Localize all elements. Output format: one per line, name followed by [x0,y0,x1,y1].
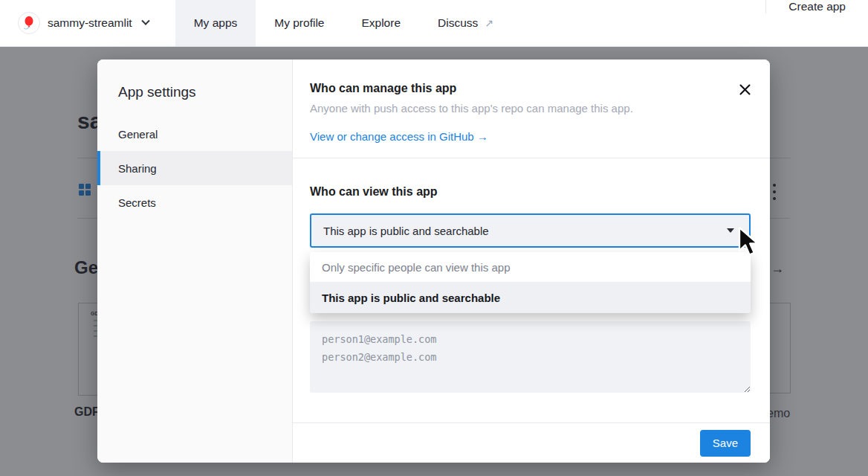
save-button[interactable]: Save [700,430,751,457]
top-nav: sammy-streamlit My apps My profile Explo… [0,0,868,47]
viewer-emails-textarea[interactable]: person1@example.com person2@example.com [310,321,751,393]
github-access-link[interactable]: View or change access in GitHub → [310,130,488,143]
manage-section-description: Anyone with push access to this app's re… [310,102,725,115]
settings-sidebar: App settings General Sharing Secrets [97,60,293,463]
create-app-button[interactable]: Create app [765,0,868,13]
sidebar-item-general[interactable]: General [97,117,292,151]
nav-tabs: My apps My profile Explore Discuss ↗ [175,0,512,46]
arrow-right-icon: → [477,130,488,143]
modal-title: App settings [97,84,292,100]
chevron-down-icon [141,17,149,25]
nav-tab-my-profile[interactable]: My profile [256,0,343,46]
visibility-select-value: This app is public and searchable [323,225,489,237]
app-settings-modal: App settings General Sharing Secrets Who… [97,60,770,463]
dropdown-option-public-searchable[interactable]: This app is public and searchable [310,283,751,313]
view-section: Who can view this app This app is public… [293,158,770,393]
nav-tab-discuss[interactable]: Discuss ↗ [419,0,512,46]
external-link-icon: ↗ [485,17,493,29]
workspace-switcher[interactable]: sammy-streamlit [0,0,165,46]
visibility-dropdown-menu: Only specific people can view this app T… [310,252,751,313]
dropdown-option-specific-people[interactable]: Only specific people can view this app [310,252,751,283]
manage-section: Who can manage this app Anyone with push… [293,60,770,158]
modal-footer: Save [293,422,770,463]
close-button[interactable] [738,83,751,96]
sidebar-item-secrets[interactable]: Secrets [97,185,292,219]
settings-panel: Who can manage this app Anyone with push… [293,60,770,463]
close-icon [739,84,751,95]
nav-tab-discuss-label: Discuss [438,16,478,30]
workspace-avatar [18,12,40,34]
nav-tab-explore[interactable]: Explore [343,0,419,46]
nav-tab-my-apps[interactable]: My apps [175,0,256,46]
sidebar-item-sharing[interactable]: Sharing [97,151,292,185]
manage-section-title: Who can manage this app [310,82,725,95]
workspace-name: sammy-streamlit [48,16,132,30]
balloon-icon [21,15,37,31]
view-section-title: Who can view this app [310,185,751,199]
caret-down-icon [727,228,734,233]
github-access-link-label: View or change access in GitHub [310,130,474,143]
visibility-select[interactable]: This app is public and searchable [310,213,751,248]
